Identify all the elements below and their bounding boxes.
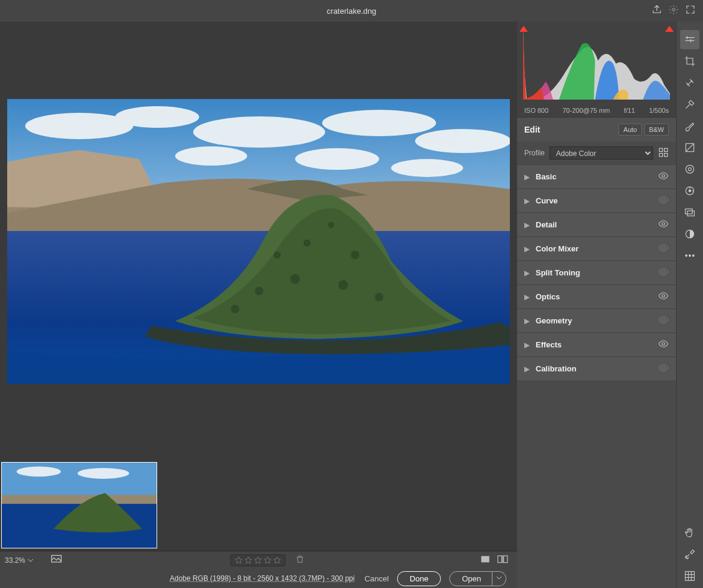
share-icon[interactable] xyxy=(651,4,662,17)
grid-tool[interactable] xyxy=(680,566,699,586)
eye-icon[interactable] xyxy=(658,268,669,278)
panel-calibration[interactable]: ▶Calibration xyxy=(517,356,676,380)
eye-icon[interactable] xyxy=(658,196,669,206)
profile-row: Profile Adobe Color xyxy=(517,142,676,164)
profile-browser-icon[interactable] xyxy=(658,147,669,160)
presets-tool[interactable] xyxy=(680,224,699,244)
heal-tool[interactable] xyxy=(680,73,699,92)
star-icon[interactable] xyxy=(244,556,253,565)
chevron-right-icon: ▶ xyxy=(524,197,530,205)
panel-label: Effects xyxy=(536,340,658,349)
panel-split-toning[interactable]: ▶Split Toning xyxy=(517,260,676,284)
delete-icon[interactable] xyxy=(295,554,305,566)
linear-gradient-tool[interactable] xyxy=(680,138,699,157)
panel-label: Optics xyxy=(536,292,658,301)
chevron-right-icon: ▶ xyxy=(524,221,530,229)
svg-rect-28 xyxy=(504,556,507,562)
svg-point-38 xyxy=(662,294,665,297)
star-icon[interactable] xyxy=(263,556,272,565)
panel-optics[interactable]: ▶Optics xyxy=(517,284,676,308)
brush-tool[interactable] xyxy=(680,116,699,136)
histogram-chart xyxy=(523,28,670,100)
hand-tool[interactable] xyxy=(680,523,699,542)
panel-curve[interactable]: ▶Curve xyxy=(517,188,676,212)
star-icon[interactable] xyxy=(254,556,262,565)
svg-point-14 xyxy=(351,251,359,259)
panel-color-mixer[interactable]: ▶Color Mixer xyxy=(517,236,676,260)
chevron-right-icon: ▶ xyxy=(524,173,530,181)
svg-rect-27 xyxy=(498,556,501,562)
svg-point-52 xyxy=(693,255,695,257)
svg-rect-31 xyxy=(659,153,662,156)
svg-point-34 xyxy=(662,198,665,201)
panel-geometry[interactable]: ▶Geometry xyxy=(517,308,676,332)
eye-icon[interactable] xyxy=(658,316,669,326)
svg-rect-48 xyxy=(687,211,695,216)
canvas-column: 33.2% Adobe RGB (1998) - 8 bit xyxy=(0,22,517,588)
crop-tool[interactable] xyxy=(680,52,699,71)
svg-point-43 xyxy=(686,165,693,173)
canvas-bottom-bar: 33.2% xyxy=(0,551,517,569)
zoom-level[interactable]: 33.2% xyxy=(0,556,38,565)
fullscreen-icon[interactable] xyxy=(685,4,696,17)
eye-icon[interactable] xyxy=(658,364,669,374)
panel-label: Detail xyxy=(536,220,658,229)
profile-select[interactable]: Adobe Color xyxy=(549,146,653,160)
svg-point-41 xyxy=(662,366,665,369)
eye-icon[interactable] xyxy=(658,220,669,230)
svg-point-0 xyxy=(672,8,675,11)
eye-icon[interactable] xyxy=(658,172,669,182)
chevron-right-icon: ▶ xyxy=(524,245,530,253)
panel-detail[interactable]: ▶Detail xyxy=(517,212,676,236)
eye-icon[interactable] xyxy=(658,292,669,302)
image-info[interactable]: Adobe RGB (1998) - 8 bit - 2560 x 1432 (… xyxy=(170,574,354,583)
titlebar: craterlake.dng xyxy=(0,0,703,22)
star-icon[interactable] xyxy=(273,556,281,565)
star-icon[interactable] xyxy=(235,556,243,565)
rating-stars[interactable] xyxy=(230,554,286,566)
svg-point-44 xyxy=(689,168,692,171)
svg-point-46 xyxy=(689,190,690,191)
compare-view-icon[interactable] xyxy=(497,554,509,566)
canvas-area[interactable] xyxy=(0,22,517,461)
profile-label: Profile xyxy=(524,149,545,157)
svg-point-37 xyxy=(662,270,665,273)
svg-point-8 xyxy=(295,148,379,170)
single-view-icon[interactable] xyxy=(480,554,491,566)
panel-list: ▶Basic▶Curve▶Detail▶Color Mixer▶Split To… xyxy=(517,164,676,380)
svg-point-11 xyxy=(274,251,281,259)
eye-icon[interactable] xyxy=(658,244,669,254)
svg-rect-29 xyxy=(659,148,662,151)
edit-tool[interactable] xyxy=(680,30,699,49)
auto-button[interactable]: Auto xyxy=(618,124,642,136)
svg-point-12 xyxy=(304,239,311,247)
svg-rect-30 xyxy=(665,148,668,151)
settings-icon[interactable] xyxy=(668,4,679,17)
chevron-right-icon: ▶ xyxy=(524,269,530,277)
eye-icon[interactable] xyxy=(658,340,669,350)
svg-point-3 xyxy=(115,106,199,128)
svg-point-17 xyxy=(338,280,348,290)
radial-gradient-tool[interactable] xyxy=(680,160,699,179)
filmstrip[interactable] xyxy=(0,461,517,551)
redeye-tool[interactable] xyxy=(680,181,699,200)
svg-point-39 xyxy=(662,318,665,321)
svg-point-16 xyxy=(255,287,263,295)
more-tool[interactable] xyxy=(680,246,699,265)
panel-basic[interactable]: ▶Basic xyxy=(517,164,676,188)
cancel-button[interactable]: Cancel xyxy=(365,574,389,583)
eyedropper-tool[interactable] xyxy=(680,95,699,114)
open-dropdown[interactable] xyxy=(492,571,506,586)
panel-effects[interactable]: ▶Effects xyxy=(517,332,676,356)
presets-panel-button[interactable] xyxy=(50,554,62,566)
open-button[interactable]: Open xyxy=(449,571,492,586)
svg-rect-47 xyxy=(686,209,693,214)
histogram[interactable] xyxy=(517,22,676,103)
svg-point-4 xyxy=(193,116,325,148)
svg-point-40 xyxy=(662,342,665,345)
snapshots-tool[interactable] xyxy=(680,203,699,222)
filmstrip-thumbnail[interactable] xyxy=(1,462,157,548)
bw-button[interactable]: B&W xyxy=(644,124,669,136)
zoom-tool[interactable] xyxy=(680,545,699,564)
done-button[interactable]: Done xyxy=(397,571,441,586)
